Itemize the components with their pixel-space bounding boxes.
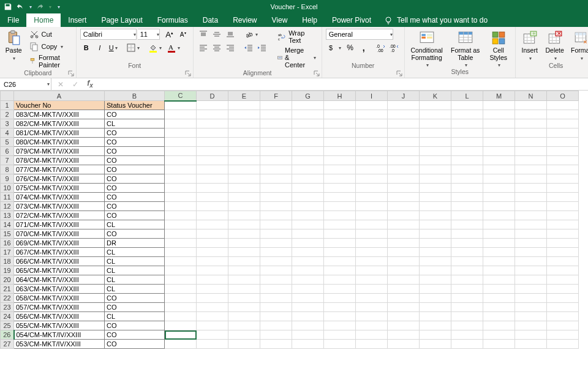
cell[interactable] <box>356 239 388 248</box>
cell[interactable] <box>292 119 324 129</box>
cell[interactable] <box>451 174 483 184</box>
font-name-combo[interactable]: Calibri▾ <box>80 29 137 40</box>
cell[interactable] <box>483 202 515 211</box>
cell[interactable] <box>483 248 515 257</box>
cell[interactable]: 082/CM-MKT/V/XXIII <box>14 119 105 129</box>
cell[interactable] <box>228 257 260 266</box>
column-header[interactable]: J <box>388 91 420 101</box>
cell[interactable] <box>420 239 451 248</box>
cell[interactable] <box>420 129 451 138</box>
cell[interactable] <box>420 321 451 330</box>
cell[interactable] <box>388 202 420 211</box>
cell[interactable] <box>260 129 292 138</box>
cell[interactable] <box>547 229 579 239</box>
cell[interactable] <box>483 184 515 193</box>
cell[interactable] <box>388 312 420 321</box>
cell[interactable]: 081/CM-MKT/V/XXIII <box>14 129 105 138</box>
cell[interactable] <box>388 101 420 110</box>
cell[interactable] <box>324 119 356 129</box>
row-header[interactable]: 14 <box>1 220 14 229</box>
cell[interactable] <box>165 147 197 156</box>
cell[interactable] <box>483 138 515 147</box>
cell[interactable] <box>451 330 483 340</box>
number-launcher-icon[interactable] <box>396 70 402 76</box>
percent-button[interactable]: % <box>344 42 356 53</box>
cell[interactable] <box>356 174 388 184</box>
cell[interactable] <box>228 220 260 229</box>
cell[interactable] <box>228 229 260 239</box>
font-launcher-icon[interactable] <box>185 70 191 76</box>
row-header[interactable]: 19 <box>1 266 14 275</box>
cell[interactable] <box>515 312 547 321</box>
cell[interactable] <box>388 211 420 220</box>
cell[interactable] <box>324 257 356 266</box>
row-header[interactable]: 4 <box>1 129 14 138</box>
cell[interactable]: 073/CM-MKT/V/XXIII <box>14 202 105 211</box>
cell[interactable] <box>324 312 356 321</box>
decrease-font-button[interactable]: A▾ <box>177 29 189 40</box>
cell[interactable] <box>547 119 579 129</box>
cell[interactable] <box>197 119 228 129</box>
cell[interactable] <box>165 129 197 138</box>
cell[interactable] <box>356 184 388 193</box>
cell[interactable] <box>260 211 292 220</box>
cell[interactable]: 075/CM-MKT/V/XXIII <box>14 184 105 193</box>
increase-indent-button[interactable] <box>256 42 268 53</box>
format-as-table-button[interactable]: Format as Table▾ <box>449 29 482 68</box>
cell[interactable] <box>483 101 515 110</box>
cell[interactable] <box>515 257 547 266</box>
fx-icon[interactable]: fx <box>85 79 96 89</box>
cell[interactable] <box>388 248 420 257</box>
cell[interactable] <box>324 294 356 303</box>
cell[interactable] <box>547 275 579 285</box>
format-painter-button[interactable]: Format Painter <box>28 53 72 69</box>
cell[interactable] <box>547 312 579 321</box>
cell[interactable] <box>197 220 228 229</box>
cell[interactable] <box>197 303 228 312</box>
cancel-formula-icon[interactable]: ✕ <box>55 80 66 89</box>
row-header[interactable]: 25 <box>1 321 14 330</box>
cell[interactable] <box>547 110 579 119</box>
cell[interactable] <box>420 174 451 184</box>
cell[interactable] <box>420 285 451 294</box>
column-header[interactable]: I <box>356 91 388 101</box>
cell[interactable] <box>451 138 483 147</box>
cell[interactable]: CO <box>105 193 165 202</box>
cell[interactable] <box>292 174 324 184</box>
cell[interactable] <box>515 174 547 184</box>
cell[interactable] <box>228 129 260 138</box>
tab-review[interactable]: Review <box>225 13 264 27</box>
cell[interactable] <box>420 101 451 110</box>
cell[interactable] <box>165 138 197 147</box>
cell[interactable] <box>451 229 483 239</box>
column-header[interactable]: F <box>260 91 292 101</box>
cell[interactable] <box>260 110 292 119</box>
cell[interactable] <box>451 147 483 156</box>
cell[interactable]: CO <box>105 184 165 193</box>
cell[interactable]: 080/CM-MKT/V/XXIII <box>14 138 105 147</box>
cell[interactable]: CO <box>105 229 165 239</box>
cell[interactable]: CO <box>105 174 165 184</box>
align-top-button[interactable] <box>197 29 209 40</box>
cell[interactable] <box>420 156 451 165</box>
comma-button[interactable]: , <box>358 42 370 53</box>
cell[interactable] <box>292 220 324 229</box>
cell[interactable] <box>228 101 260 110</box>
cell[interactable] <box>260 275 292 285</box>
cell[interactable] <box>547 138 579 147</box>
cell[interactable] <box>388 229 420 239</box>
cell[interactable] <box>228 202 260 211</box>
cell[interactable] <box>165 229 197 239</box>
row-header[interactable]: 23 <box>1 303 14 312</box>
cell[interactable] <box>356 312 388 321</box>
cell[interactable] <box>165 119 197 129</box>
cell[interactable] <box>324 303 356 312</box>
cell[interactable] <box>197 257 228 266</box>
column-header[interactable]: H <box>324 91 356 101</box>
cell[interactable] <box>165 303 197 312</box>
row-header[interactable]: 16 <box>1 239 14 248</box>
cell[interactable] <box>388 340 420 349</box>
cell[interactable] <box>165 321 197 330</box>
italic-button[interactable]: I <box>94 42 106 53</box>
cell[interactable] <box>197 275 228 285</box>
